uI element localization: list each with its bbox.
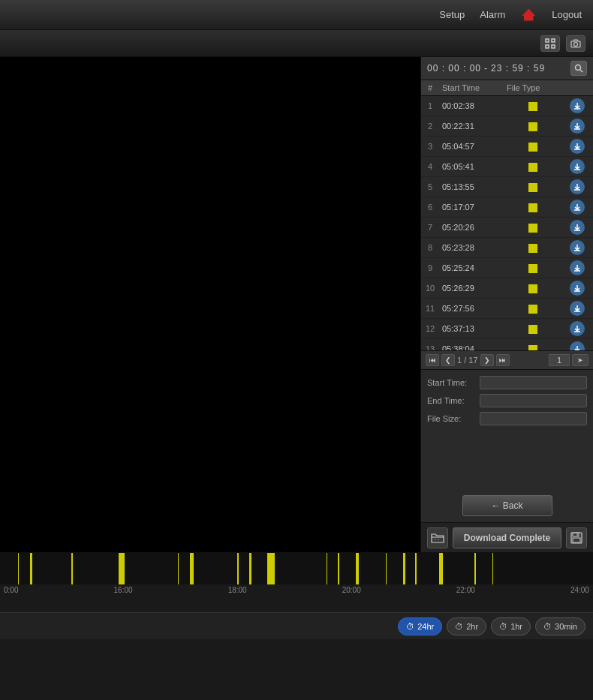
table-row[interactable]: 4 05:05:41 [421, 157, 593, 177]
row-download [562, 299, 593, 319]
file-type-indicator [528, 163, 537, 172]
download-row-button[interactable] [570, 240, 585, 255]
row-download [562, 177, 593, 197]
back-btn-container: ← Back [421, 489, 593, 522]
row-start-time: 05:20:26 [439, 218, 504, 238]
alarm-nav[interactable]: Alarm [480, 9, 505, 20]
btn-2hr-label: 2hr [466, 622, 478, 631]
download-row-button[interactable] [570, 98, 585, 113]
download-complete-button[interactable]: Download Complete [453, 527, 561, 548]
timeline-labels: 0:00 16:00 18:00 20:00 22:00 24:00 [0, 584, 593, 596]
table-row[interactable]: 11 05:27:56 [421, 299, 593, 319]
download-row-button[interactable] [570, 200, 585, 215]
download-row-button[interactable] [570, 301, 585, 316]
prev-page-button[interactable]: ❮ [441, 354, 455, 366]
save-icon-button[interactable] [566, 527, 587, 548]
time-range-start: 00 : 00 : 00 [427, 63, 481, 74]
alarm-icon [522, 9, 535, 21]
download-row-button[interactable] [570, 281, 585, 296]
table-row[interactable]: 8 05:23:28 [421, 238, 593, 258]
timeline-label-20: 20:00 [342, 586, 361, 594]
end-time-value [480, 394, 587, 407]
file-type-indicator [528, 143, 537, 152]
timeline-track[interactable] [0, 553, 593, 584]
next-page-button[interactable]: ❯ [480, 354, 494, 366]
row-start-time: 05:27:56 [439, 299, 504, 319]
folder-icon-button[interactable] [427, 527, 448, 548]
svg-rect-25 [573, 538, 580, 542]
table-row[interactable]: 6 05:17:07 [421, 197, 593, 218]
svg-point-6 [576, 65, 581, 71]
btn-30min-label: 30min [555, 622, 577, 631]
download-row-button[interactable] [570, 321, 585, 336]
row-num: 2 [421, 116, 439, 137]
table-row[interactable]: 13 05:38:04 [421, 339, 593, 351]
timeline-area: 0:00 16:00 18:00 20:00 22:00 24:00 [0, 552, 593, 612]
table-row[interactable]: 7 05:20:26 [421, 218, 593, 238]
download-row-button[interactable] [570, 119, 585, 134]
download-row-button[interactable] [570, 179, 585, 194]
row-file-type [504, 137, 562, 157]
file-type-indicator [528, 305, 537, 314]
search-button[interactable] [570, 61, 587, 76]
camera-button[interactable] [566, 35, 585, 52]
time-range-end: 23 : 59 : 59 [491, 63, 545, 74]
row-download [562, 319, 593, 339]
table-row[interactable]: 2 00:22:31 [421, 116, 593, 137]
go-button[interactable]: ➤ [572, 354, 588, 366]
table-row[interactable]: 1 00:02:38 [421, 96, 593, 116]
last-page-button[interactable]: ⏭ [496, 354, 510, 366]
table-row[interactable]: 12 05:37:13 [421, 319, 593, 339]
row-num: 9 [421, 258, 439, 278]
row-start-time: 00:02:38 [439, 96, 504, 116]
svg-rect-24 [573, 533, 579, 536]
file-type-indicator [528, 264, 537, 273]
timeline-label-24: 24:00 [570, 586, 589, 594]
file-size-label: File Size: [427, 414, 480, 423]
table-header: # Start Time File Type [421, 80, 593, 96]
btn-2hr[interactable]: ⏱ 2hr [447, 617, 486, 635]
setup-nav[interactable]: Setup [439, 9, 465, 20]
row-file-type [504, 197, 562, 218]
file-size-row: File Size: [427, 412, 587, 425]
download-row-button[interactable] [570, 260, 585, 275]
row-num: 1 [421, 96, 439, 116]
btn-30min[interactable]: ⏱ 30min [535, 617, 585, 635]
svg-rect-3 [552, 45, 555, 48]
row-download [562, 116, 593, 137]
svg-point-5 [574, 42, 578, 46]
download-row-button[interactable] [570, 341, 585, 350]
start-time-row: Start Time: [427, 376, 587, 389]
file-type-indicator [528, 183, 537, 192]
page-jump-input[interactable] [549, 354, 570, 366]
btn-24hr[interactable]: ⏱ 24hr [398, 617, 442, 635]
download-row-button[interactable] [570, 139, 585, 154]
download-row-button[interactable] [570, 220, 585, 235]
row-download [562, 197, 593, 218]
col-start: Start Time [439, 80, 504, 96]
file-table: # Start Time File Type 1 00:02:38 [421, 80, 593, 350]
table-row[interactable]: 3 05:04:57 [421, 137, 593, 157]
table-row[interactable]: 9 05:25:24 [421, 258, 593, 278]
download-row-button[interactable] [570, 159, 585, 174]
row-num: 12 [421, 319, 439, 339]
fullscreen-button[interactable] [540, 35, 560, 52]
back-button[interactable]: ← Back [462, 495, 552, 516]
table-row[interactable]: 5 05:13:55 [421, 177, 593, 197]
row-start-time: 05:17:07 [439, 197, 504, 218]
btn-1hr[interactable]: ⏱ 1hr [491, 617, 531, 635]
logout-nav[interactable]: Logout [552, 9, 582, 20]
row-num: 7 [421, 218, 439, 238]
page-nav: ⏮ ❮ 1 / 17 ❯ ⏭ [426, 354, 510, 366]
btn-24hr-label: 24hr [417, 622, 434, 631]
clock-icon-2hr: ⏱ [455, 622, 463, 631]
row-start-time: 05:26:29 [439, 278, 504, 299]
clock-icon-1hr: ⏱ [499, 622, 507, 631]
table-row[interactable]: 10 05:26:29 [421, 278, 593, 299]
right-panel: 00 : 00 : 00 - 23 : 59 : 59 # Start Time… [420, 57, 593, 552]
first-page-button[interactable]: ⏮ [426, 354, 439, 366]
row-file-type [504, 218, 562, 238]
row-download [562, 278, 593, 299]
svg-rect-2 [546, 45, 549, 48]
time-range-separator: - [484, 63, 488, 74]
